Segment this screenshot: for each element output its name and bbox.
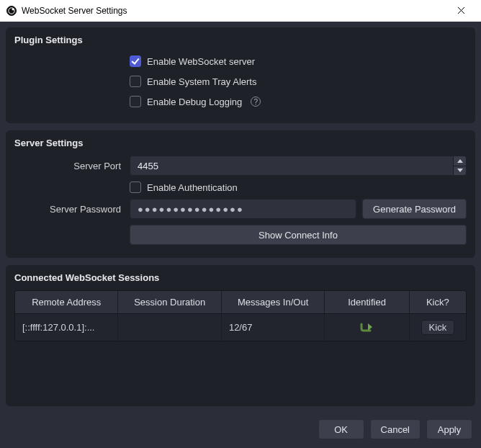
server-port-value: 4455: [130, 156, 453, 175]
cell-kick: Kick: [410, 314, 466, 341]
cancel-button[interactable]: Cancel: [370, 419, 421, 439]
checkbox-icon: [130, 96, 141, 107]
checkbox-icon: [130, 182, 141, 193]
window-title: WebSocket Server Settings: [22, 6, 127, 16]
password-mask: ●●●●●●●●●●●●●●●: [138, 204, 244, 215]
show-connect-info-button[interactable]: Show Connect Info: [130, 225, 467, 245]
enable-authentication-checkbox[interactable]: Enable Authentication: [130, 179, 238, 196]
connected-sessions-heading: Connected WebSocket Sessions: [14, 272, 467, 283]
cell-remote-address: [::ffff:127.0.0.1]:...: [15, 314, 118, 341]
checkbox-icon: [130, 76, 141, 87]
col-messages[interactable]: Messages In/Out: [222, 291, 325, 314]
enable-debug-logging-label: Enable Debug Logging: [147, 97, 242, 107]
connected-sessions-panel: Connected WebSocket Sessions Remote Addr…: [6, 265, 475, 406]
generate-password-button[interactable]: Generate Password: [362, 199, 467, 219]
ok-button[interactable]: OK: [318, 419, 364, 439]
cell-session-duration: [118, 314, 221, 341]
identified-arrow-icon: [360, 322, 374, 333]
server-password-input[interactable]: ●●●●●●●●●●●●●●●: [130, 199, 356, 219]
enable-debug-logging-checkbox[interactable]: Enable Debug Logging ?: [130, 93, 261, 110]
enable-system-tray-checkbox[interactable]: Enable System Tray Alerts: [130, 73, 256, 90]
enable-system-tray-label: Enable System Tray Alerts: [147, 76, 256, 87]
col-identified[interactable]: Identified: [325, 291, 409, 314]
cell-messages: 12/67: [222, 314, 325, 341]
sessions-table: Remote Address Session Duration Messages…: [14, 290, 467, 341]
close-button[interactable]: [446, 6, 475, 17]
port-step-up-button[interactable]: [454, 156, 466, 166]
app-icon: [6, 5, 17, 17]
col-session-duration[interactable]: Session Duration: [118, 291, 221, 314]
enable-authentication-label: Enable Authentication: [147, 182, 238, 193]
checkbox-icon: [130, 55, 141, 67]
apply-button[interactable]: Apply: [426, 419, 472, 439]
dialog-footer: OK Cancel Apply: [0, 412, 481, 448]
help-icon[interactable]: ?: [251, 97, 261, 107]
table-row: [::ffff:127.0.0.1]:... 12/67 Kick: [15, 314, 466, 341]
plugin-settings-panel: Plugin Settings Enable WebSocket server …: [6, 27, 475, 123]
server-settings-panel: Server Settings Server Port 4455: [6, 130, 475, 258]
plugin-settings-heading: Plugin Settings: [14, 35, 467, 45]
enable-websocket-server-checkbox[interactable]: Enable WebSocket server: [130, 53, 255, 70]
cell-identified: [325, 314, 409, 341]
col-kick[interactable]: Kick?: [410, 291, 466, 314]
port-step-down-button[interactable]: [454, 166, 466, 176]
enable-websocket-server-label: Enable WebSocket server: [147, 56, 255, 67]
server-settings-heading: Server Settings: [14, 138, 467, 148]
kick-button[interactable]: Kick: [421, 320, 455, 335]
server-port-input[interactable]: 4455: [130, 156, 467, 176]
svg-point-2: [12, 8, 14, 10]
titlebar: WebSocket Server Settings: [0, 0, 481, 22]
col-remote-address[interactable]: Remote Address: [15, 291, 118, 314]
server-port-label: Server Port: [14, 161, 130, 171]
server-password-label: Server Password: [14, 204, 130, 215]
